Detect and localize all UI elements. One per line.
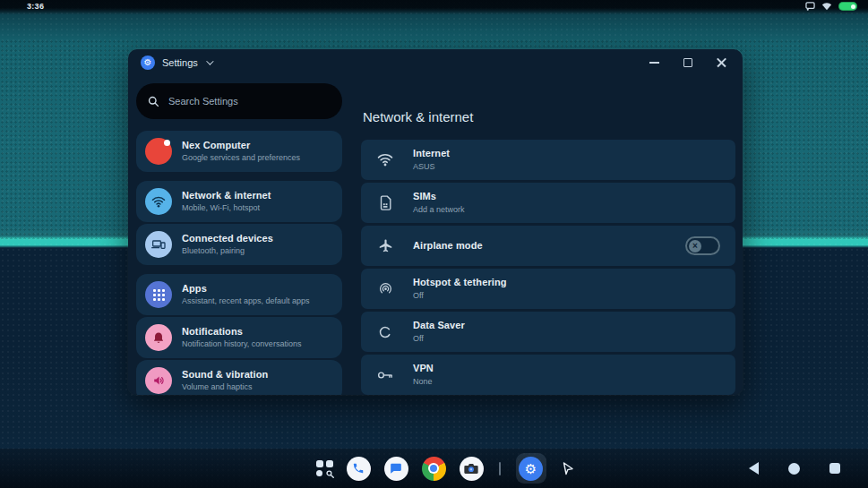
settings-app-button[interactable]: ⚙ (516, 453, 546, 484)
settings-main-panel: Network & internet Internet ASUS (361, 81, 735, 395)
gear-icon: ⚙ (144, 58, 152, 67)
sim-card-icon (376, 195, 394, 210)
nav-bar (749, 462, 840, 475)
sidebar-item-subtitle: Volume and haptics (182, 382, 268, 392)
sidebar-item-subtitle: Bluetooth, pairing (182, 246, 273, 256)
battery-icon (838, 2, 857, 11)
desktop: 3:36 ⚙ Settings (0, 0, 868, 488)
row-hotspot-tethering[interactable]: Hotspot & tethering Off (361, 269, 735, 309)
back-button[interactable] (749, 462, 759, 475)
search-input[interactable] (168, 96, 331, 107)
row-subtitle: Off (413, 291, 507, 301)
sidebar-item-title: Apps (182, 283, 310, 295)
row-data-saver[interactable]: Data Saver Off (361, 312, 735, 352)
row-title: Hotspot & tethering (413, 277, 507, 288)
airplane-mode-toggle[interactable]: × (685, 236, 720, 255)
row-title: Airplane mode (413, 240, 483, 252)
data-saver-icon (376, 325, 394, 339)
chrome-app-button[interactable] (422, 457, 446, 481)
camera-app-button[interactable] (460, 457, 484, 481)
row-subtitle: None (413, 377, 434, 387)
bell-icon (145, 324, 172, 351)
search-bar[interactable] (136, 83, 342, 119)
sidebar-item-notifications[interactable]: Notifications Notification history, conv… (136, 317, 342, 358)
row-title: Data Saver (413, 320, 465, 331)
sidebar-item-connected-devices[interactable]: Connected devices Bluetooth, pairing (136, 224, 342, 265)
row-sims[interactable]: SIMs Add a network (361, 183, 735, 223)
wifi-icon (145, 188, 172, 215)
sidebar-item-network-internet[interactable]: Network & internet Mobile, Wi-Fi, hotspo… (136, 181, 342, 222)
window-title: Settings (162, 57, 198, 68)
sidebar-item-nex-computer[interactable]: Nex Computer Google services and prefere… (136, 131, 342, 172)
sidebar-item-title: Sound & vibration (182, 369, 268, 381)
clock: 3:36 (27, 2, 44, 11)
devices-icon (145, 231, 172, 258)
row-internet[interactable]: Internet ASUS (361, 140, 735, 180)
apps-grid-icon (145, 281, 172, 308)
app-drawer-search-button[interactable] (316, 460, 333, 477)
row-subtitle: ASUS (413, 162, 450, 172)
close-button[interactable] (717, 58, 726, 68)
search-icon (148, 96, 159, 107)
sidebar-item-title: Notifications (182, 326, 301, 338)
window-titlebar[interactable]: ⚙ Settings (128, 49, 743, 76)
speaker-icon (145, 367, 172, 394)
page-title: Network & internet (363, 109, 735, 124)
minimize-button[interactable] (649, 62, 659, 64)
row-subtitle: Off (413, 334, 465, 344)
home-button[interactable] (788, 463, 800, 475)
wifi-icon (376, 153, 394, 167)
hotspot-icon (376, 282, 394, 296)
chat-bubble-icon (390, 462, 402, 475)
chevron-down-icon[interactable] (206, 57, 213, 64)
cast-icon (805, 2, 815, 11)
row-subtitle: Add a network (413, 205, 465, 215)
sidebar-item-title: Nex Computer (182, 140, 300, 151)
search-icon (326, 470, 334, 478)
settings-window: ⚙ Settings Nex Compu (128, 49, 743, 395)
dock-separator (499, 462, 501, 475)
messages-app-button[interactable] (384, 457, 408, 481)
row-vpn[interactable]: VPN None (361, 355, 735, 395)
recents-button[interactable] (829, 463, 840, 474)
account-icon (145, 138, 172, 165)
settings-app-icon: ⚙ (141, 56, 155, 70)
dock: ⚙ (316, 453, 574, 484)
wifi-icon (821, 2, 832, 11)
sidebar-item-apps[interactable]: Apps Assistant, recent apps, default app… (136, 274, 342, 315)
sidebar-item-subtitle: Google services and preferences (182, 153, 300, 163)
maximize-button[interactable] (683, 58, 692, 67)
gear-icon: ⚙ (525, 462, 537, 475)
taskbar: ⚙ (0, 449, 868, 488)
phone-app-button[interactable] (347, 457, 371, 481)
vpn-key-icon (376, 370, 394, 381)
sidebar-item-subtitle: Assistant, recent apps, default apps (182, 296, 310, 306)
airplane-icon (376, 238, 394, 253)
sidebar-item-subtitle: Mobile, Wi-Fi, hotspot (182, 203, 271, 213)
row-title: VPN (413, 363, 434, 374)
sidebar-item-title: Connected devices (182, 233, 273, 244)
camera-icon (464, 463, 478, 475)
sidebar-item-title: Network & internet (182, 190, 271, 201)
settings-sidebar: Nex Computer Google services and prefere… (136, 81, 342, 395)
sidebar-item-sound-vibration[interactable]: Sound & vibration Volume and haptics (136, 360, 342, 395)
mouse-cursor (562, 461, 574, 475)
sidebar-item-subtitle: Notification history, conversations (182, 339, 301, 349)
row-airplane-mode[interactable]: Airplane mode × (361, 226, 735, 266)
row-title: Internet (413, 148, 450, 159)
row-title: SIMs (413, 191, 465, 202)
phone-icon (352, 462, 365, 475)
status-bar: 3:36 (0, 0, 868, 14)
toggle-thumb-off-icon: × (689, 240, 701, 253)
